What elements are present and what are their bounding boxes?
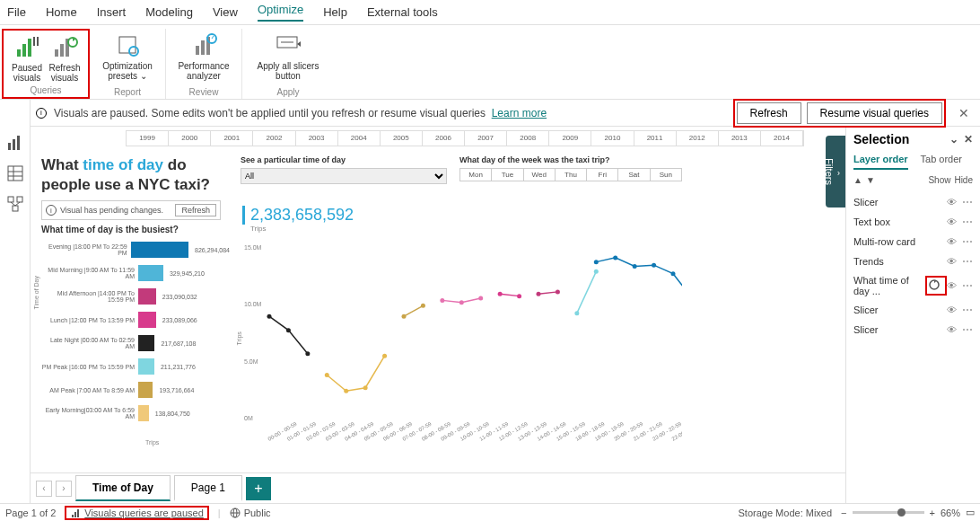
selection-item[interactable]: Multi-row card👁⋯ bbox=[853, 232, 973, 252]
page-tab-page1[interactable]: Page 1 bbox=[174, 475, 242, 501]
visibility-icon[interactable]: 👁 bbox=[947, 280, 957, 291]
svg-rect-3 bbox=[33, 37, 35, 46]
year-2002[interactable]: 2002 bbox=[253, 131, 295, 146]
move-up-icon[interactable]: ▲ bbox=[853, 175, 862, 185]
svg-point-58 bbox=[325, 373, 329, 377]
model-view-icon[interactable] bbox=[6, 195, 24, 213]
public-status: Public bbox=[230, 508, 271, 518]
apply-all-slicers-button[interactable]: Apply all slicers button bbox=[248, 29, 328, 83]
visibility-icon[interactable]: 👁 bbox=[947, 197, 957, 208]
report-canvas: 1999200020012002200320042005200620072008… bbox=[31, 100, 845, 503]
page-tab-time-of-day[interactable]: Time of Day bbox=[75, 475, 171, 501]
selection-item[interactable]: Slicer👁⋯ bbox=[853, 300, 973, 320]
more-icon[interactable]: ⋯ bbox=[962, 323, 973, 336]
menu-home[interactable]: Home bbox=[46, 5, 77, 19]
year-2010[interactable]: 2010 bbox=[591, 131, 634, 146]
visibility-icon[interactable]: 👁 bbox=[947, 305, 957, 315]
menu-help[interactable]: Help bbox=[323, 5, 347, 19]
learn-more-link[interactable]: Learn more bbox=[492, 107, 547, 119]
year-2013[interactable]: 2013 bbox=[719, 131, 761, 146]
report-view-icon[interactable] bbox=[6, 134, 24, 152]
selection-item[interactable]: Slicer👁⋯ bbox=[853, 192, 973, 212]
line-chart[interactable]: 15.0M10.0M5.0M0M00-00 - 00-5901-00 - 01-… bbox=[242, 238, 682, 445]
year-1999[interactable]: 1999 bbox=[127, 131, 169, 146]
svg-point-10 bbox=[129, 47, 138, 56]
visibility-icon[interactable]: 👁 bbox=[947, 216, 957, 227]
more-icon[interactable]: ⋯ bbox=[962, 216, 973, 228]
fit-page-icon[interactable]: ▭ bbox=[966, 507, 975, 518]
year-2004[interactable]: 2004 bbox=[338, 131, 381, 146]
visibility-icon[interactable]: 👁 bbox=[947, 256, 957, 267]
menu-external-tools[interactable]: External tools bbox=[367, 5, 438, 19]
visibility-icon[interactable]: 👁 bbox=[947, 236, 957, 247]
year-2001[interactable]: 2001 bbox=[211, 131, 253, 146]
svg-point-59 bbox=[344, 389, 348, 393]
visual-refresh-button[interactable]: Refresh bbox=[175, 204, 216, 216]
selection-item[interactable]: What time of day ...👁⋯ bbox=[853, 271, 973, 300]
infobar-close-icon[interactable]: ✕ bbox=[953, 106, 975, 120]
bar-y-axis-label: Time of Day bbox=[33, 276, 39, 309]
day-sun[interactable]: Sun bbox=[651, 169, 681, 181]
year-2003[interactable]: 2003 bbox=[296, 131, 338, 146]
refresh-visuals-button[interactable]: Refresh visuals bbox=[47, 31, 83, 84]
filters-pane-toggle[interactable]: ‹ Filters bbox=[826, 136, 845, 208]
hide-all-button[interactable]: Hide bbox=[954, 175, 973, 185]
year-2005[interactable]: 2005 bbox=[381, 131, 423, 146]
menu-insert[interactable]: Insert bbox=[97, 5, 127, 19]
zoom-out-icon[interactable]: − bbox=[841, 508, 846, 518]
year-2014[interactable]: 2014 bbox=[761, 131, 803, 146]
visibility-icon[interactable]: 👁 bbox=[947, 324, 957, 335]
more-icon[interactable]: ⋯ bbox=[962, 196, 973, 208]
refresh-button[interactable]: Refresh bbox=[737, 102, 801, 124]
year-2000[interactable]: 2000 bbox=[169, 131, 211, 146]
tab-order-tab[interactable]: Tab order bbox=[921, 154, 962, 170]
page-next-button[interactable]: › bbox=[56, 481, 72, 497]
year-2012[interactable]: 2012 bbox=[677, 131, 719, 146]
performance-analyzer-button[interactable]: Performance analyzer bbox=[171, 29, 236, 83]
zoom-in-icon[interactable]: + bbox=[930, 508, 935, 518]
layer-order-tab[interactable]: Layer order bbox=[853, 154, 908, 170]
time-of-day-select[interactable]: All bbox=[241, 168, 447, 184]
selection-item[interactable]: Slicer👁⋯ bbox=[853, 320, 973, 340]
resume-visual-queries-button[interactable]: Resume visual queries bbox=[807, 102, 942, 124]
day-fri[interactable]: Fri bbox=[587, 169, 618, 181]
svg-point-68 bbox=[517, 294, 521, 298]
day-thu[interactable]: Thu bbox=[556, 169, 587, 181]
more-icon[interactable]: ⋯ bbox=[962, 235, 973, 248]
menu-modeling[interactable]: Modeling bbox=[145, 5, 193, 19]
year-2006[interactable]: 2006 bbox=[423, 131, 465, 146]
zoom-control[interactable]: − + 66% ▭ bbox=[841, 507, 975, 518]
page-prev-button[interactable]: ‹ bbox=[36, 481, 52, 497]
menu-optimize[interactable]: Optimize bbox=[258, 3, 303, 22]
chevron-down-icon[interactable]: ⌄ bbox=[949, 133, 958, 146]
add-page-button[interactable]: + bbox=[246, 477, 271, 500]
year-timeline-slicer[interactable]: 1999200020012002200320042005200620072008… bbox=[126, 130, 804, 146]
optimization-presets-button[interactable]: Optimization presets ⌄ bbox=[95, 29, 160, 83]
year-2007[interactable]: 2007 bbox=[465, 131, 507, 146]
selection-item[interactable]: Trends👁⋯ bbox=[853, 252, 973, 271]
ribbon-group-apply: Apply all slicers button Apply bbox=[242, 29, 334, 99]
day-wed[interactable]: Wed bbox=[524, 169, 556, 181]
day-mon[interactable]: Mon bbox=[460, 169, 492, 181]
year-2008[interactable]: 2008 bbox=[507, 131, 549, 146]
day-tue[interactable]: Tue bbox=[492, 169, 523, 181]
zoom-slider[interactable] bbox=[853, 511, 924, 514]
menu-view[interactable]: View bbox=[213, 5, 238, 19]
data-view-icon[interactable] bbox=[6, 164, 24, 182]
bar-chart[interactable]: Evening |18:00 PM To 22:59 PM826,294,084… bbox=[41, 238, 230, 436]
day-sat[interactable]: Sat bbox=[618, 169, 650, 181]
move-down-icon[interactable]: ▼ bbox=[866, 175, 875, 185]
status-bar: Page 1 of 2 Visuals queries are paused |… bbox=[0, 503, 980, 521]
show-all-button[interactable]: Show bbox=[928, 175, 950, 185]
menu-file[interactable]: File bbox=[7, 5, 26, 19]
year-2011[interactable]: 2011 bbox=[634, 131, 677, 146]
more-icon[interactable]: ⋯ bbox=[962, 279, 973, 292]
more-icon[interactable]: ⋯ bbox=[962, 255, 973, 268]
paused-visuals-button[interactable]: Paused visuals bbox=[9, 31, 45, 84]
chevron-left-icon: ‹ bbox=[812, 169, 845, 178]
year-2009[interactable]: 2009 bbox=[549, 131, 591, 146]
close-icon[interactable]: ✕ bbox=[964, 133, 973, 146]
bar-row: PM Peak |16:00 PM To 15:59 PM211,231,776 bbox=[41, 355, 230, 378]
selection-item[interactable]: Text box👁⋯ bbox=[853, 212, 973, 232]
more-icon[interactable]: ⋯ bbox=[962, 304, 973, 316]
